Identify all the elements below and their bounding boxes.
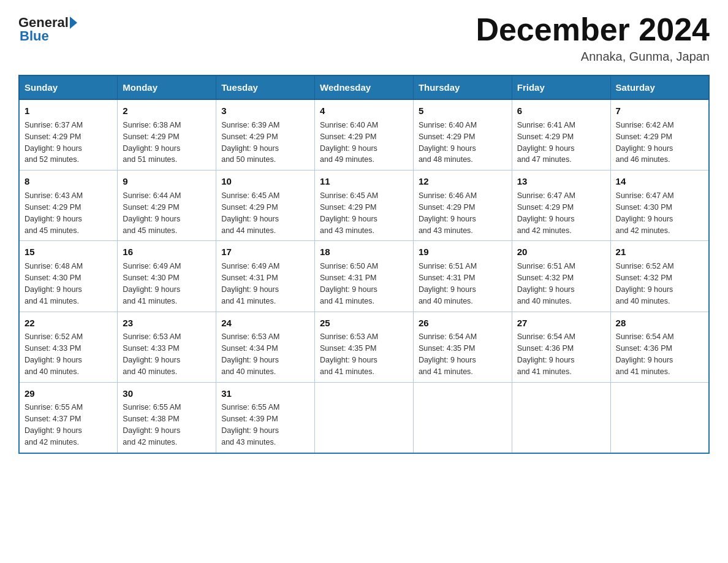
day-info: Sunrise: 6:50 AMSunset: 4:31 PMDaylight:… <box>320 262 378 305</box>
location-subtitle: Annaka, Gunma, Japan <box>476 50 710 64</box>
calendar-cell: 10 Sunrise: 6:45 AMSunset: 4:29 PMDaylig… <box>216 170 315 241</box>
day-info: Sunrise: 6:55 AMSunset: 4:39 PMDaylight:… <box>221 403 279 446</box>
day-info: Sunrise: 6:51 AMSunset: 4:32 PMDaylight:… <box>517 262 575 305</box>
calendar-cell: 29 Sunrise: 6:55 AMSunset: 4:37 PMDaylig… <box>19 382 118 453</box>
day-info: Sunrise: 6:44 AMSunset: 4:29 PMDaylight:… <box>123 191 181 235</box>
day-number: 19 <box>419 245 507 259</box>
day-info: Sunrise: 6:54 AMSunset: 4:35 PMDaylight:… <box>419 332 477 376</box>
calendar-cell: 21 Sunrise: 6:52 AMSunset: 4:32 PMDaylig… <box>610 241 709 312</box>
day-info: Sunrise: 6:55 AMSunset: 4:38 PMDaylight:… <box>123 403 181 446</box>
calendar-week-5: 29 Sunrise: 6:55 AMSunset: 4:37 PMDaylig… <box>19 382 709 453</box>
day-number: 6 <box>517 104 605 118</box>
day-info: Sunrise: 6:39 AMSunset: 4:29 PMDaylight:… <box>221 121 279 164</box>
calendar-cell: 17 Sunrise: 6:49 AMSunset: 4:31 PMDaylig… <box>216 241 315 312</box>
day-number: 15 <box>25 245 112 259</box>
day-number: 1 <box>25 104 112 118</box>
day-number: 14 <box>616 175 703 188</box>
day-number: 18 <box>320 245 408 259</box>
header-thursday: Thursday <box>413 75 512 99</box>
day-info: Sunrise: 6:52 AMSunset: 4:33 PMDaylight:… <box>25 332 83 376</box>
day-number: 11 <box>320 175 408 188</box>
calendar-cell <box>512 382 610 453</box>
header-wednesday: Wednesday <box>315 75 414 99</box>
day-info: Sunrise: 6:49 AMSunset: 4:30 PMDaylight:… <box>123 262 181 305</box>
calendar-cell: 27 Sunrise: 6:54 AMSunset: 4:36 PMDaylig… <box>512 312 610 382</box>
calendar-cell: 6 Sunrise: 6:41 AMSunset: 4:29 PMDayligh… <box>512 99 610 170</box>
calendar-cell: 15 Sunrise: 6:48 AMSunset: 4:30 PMDaylig… <box>19 241 118 312</box>
day-info: Sunrise: 6:42 AMSunset: 4:29 PMDaylight:… <box>616 121 674 164</box>
day-number: 22 <box>25 316 112 330</box>
day-info: Sunrise: 6:55 AMSunset: 4:37 PMDaylight:… <box>25 403 83 446</box>
calendar-cell: 26 Sunrise: 6:54 AMSunset: 4:35 PMDaylig… <box>413 312 512 382</box>
day-number: 10 <box>221 175 309 188</box>
day-number: 3 <box>221 104 309 118</box>
calendar-cell: 16 Sunrise: 6:49 AMSunset: 4:30 PMDaylig… <box>118 241 216 312</box>
day-info: Sunrise: 6:53 AMSunset: 4:35 PMDaylight:… <box>320 332 378 376</box>
calendar-cell: 5 Sunrise: 6:40 AMSunset: 4:29 PMDayligh… <box>413 99 512 170</box>
page-header: General Blue December 2024 Annaka, Gunma… <box>18 12 710 64</box>
calendar-cell <box>315 382 414 453</box>
day-info: Sunrise: 6:47 AMSunset: 4:29 PMDaylight:… <box>517 191 575 235</box>
day-info: Sunrise: 6:48 AMSunset: 4:30 PMDaylight:… <box>25 262 83 305</box>
header-monday: Monday <box>118 75 216 99</box>
day-number: 13 <box>517 175 605 188</box>
calendar-cell: 20 Sunrise: 6:51 AMSunset: 4:32 PMDaylig… <box>512 241 610 312</box>
logo-triangle-icon <box>70 17 77 29</box>
day-number: 16 <box>123 245 211 259</box>
calendar-cell: 18 Sunrise: 6:50 AMSunset: 4:31 PMDaylig… <box>315 241 414 312</box>
day-number: 31 <box>221 387 309 400</box>
calendar-cell: 31 Sunrise: 6:55 AMSunset: 4:39 PMDaylig… <box>216 382 315 453</box>
header-sunday: Sunday <box>19 75 118 99</box>
day-number: 9 <box>123 175 211 188</box>
calendar-week-3: 15 Sunrise: 6:48 AMSunset: 4:30 PMDaylig… <box>19 241 709 312</box>
header-saturday: Saturday <box>610 75 709 99</box>
calendar-cell: 2 Sunrise: 6:38 AMSunset: 4:29 PMDayligh… <box>118 99 216 170</box>
logo-sub-text: Blue <box>20 28 49 44</box>
day-number: 27 <box>517 316 605 330</box>
day-number: 26 <box>419 316 507 330</box>
day-info: Sunrise: 6:52 AMSunset: 4:32 PMDaylight:… <box>616 262 674 305</box>
day-number: 12 <box>419 175 507 188</box>
day-info: Sunrise: 6:47 AMSunset: 4:30 PMDaylight:… <box>616 191 674 235</box>
day-info: Sunrise: 6:43 AMSunset: 4:29 PMDaylight:… <box>25 191 83 235</box>
day-number: 4 <box>320 104 408 118</box>
day-info: Sunrise: 6:54 AMSunset: 4:36 PMDaylight:… <box>616 332 674 376</box>
calendar-week-1: 1 Sunrise: 6:37 AMSunset: 4:29 PMDayligh… <box>19 99 709 170</box>
day-number: 25 <box>320 316 408 330</box>
day-number: 23 <box>123 316 211 330</box>
day-info: Sunrise: 6:53 AMSunset: 4:33 PMDaylight:… <box>123 332 181 376</box>
calendar-cell: 30 Sunrise: 6:55 AMSunset: 4:38 PMDaylig… <box>118 382 216 453</box>
day-number: 17 <box>221 245 309 259</box>
calendar-cell: 7 Sunrise: 6:42 AMSunset: 4:29 PMDayligh… <box>610 99 709 170</box>
day-number: 2 <box>123 104 211 118</box>
logo: General Blue <box>18 15 78 44</box>
calendar-cell: 25 Sunrise: 6:53 AMSunset: 4:35 PMDaylig… <box>315 312 414 382</box>
day-info: Sunrise: 6:53 AMSunset: 4:34 PMDaylight:… <box>221 332 279 376</box>
calendar-cell: 28 Sunrise: 6:54 AMSunset: 4:36 PMDaylig… <box>610 312 709 382</box>
day-number: 5 <box>419 104 507 118</box>
calendar-week-2: 8 Sunrise: 6:43 AMSunset: 4:29 PMDayligh… <box>19 170 709 241</box>
header-tuesday: Tuesday <box>216 75 315 99</box>
month-title: December 2024 <box>476 12 710 47</box>
calendar-cell: 22 Sunrise: 6:52 AMSunset: 4:33 PMDaylig… <box>19 312 118 382</box>
day-info: Sunrise: 6:45 AMSunset: 4:29 PMDaylight:… <box>320 191 378 235</box>
calendar-cell: 23 Sunrise: 6:53 AMSunset: 4:33 PMDaylig… <box>118 312 216 382</box>
day-info: Sunrise: 6:51 AMSunset: 4:31 PMDaylight:… <box>419 262 477 305</box>
day-info: Sunrise: 6:54 AMSunset: 4:36 PMDaylight:… <box>517 332 575 376</box>
day-info: Sunrise: 6:45 AMSunset: 4:29 PMDaylight:… <box>221 191 279 235</box>
day-info: Sunrise: 6:41 AMSunset: 4:29 PMDaylight:… <box>517 121 575 164</box>
header-friday: Friday <box>512 75 610 99</box>
calendar-cell: 11 Sunrise: 6:45 AMSunset: 4:29 PMDaylig… <box>315 170 414 241</box>
calendar-cell <box>413 382 512 453</box>
calendar-cell: 8 Sunrise: 6:43 AMSunset: 4:29 PMDayligh… <box>19 170 118 241</box>
day-number: 8 <box>25 175 112 188</box>
day-number: 30 <box>123 387 211 400</box>
calendar-cell: 12 Sunrise: 6:46 AMSunset: 4:29 PMDaylig… <box>413 170 512 241</box>
day-info: Sunrise: 6:46 AMSunset: 4:29 PMDaylight:… <box>419 191 477 235</box>
calendar-cell: 19 Sunrise: 6:51 AMSunset: 4:31 PMDaylig… <box>413 241 512 312</box>
day-info: Sunrise: 6:37 AMSunset: 4:29 PMDaylight:… <box>25 121 83 164</box>
calendar-cell: 14 Sunrise: 6:47 AMSunset: 4:30 PMDaylig… <box>610 170 709 241</box>
day-number: 29 <box>25 387 112 400</box>
calendar-cell: 9 Sunrise: 6:44 AMSunset: 4:29 PMDayligh… <box>118 170 216 241</box>
calendar-header-row: SundayMondayTuesdayWednesdayThursdayFrid… <box>19 75 709 99</box>
